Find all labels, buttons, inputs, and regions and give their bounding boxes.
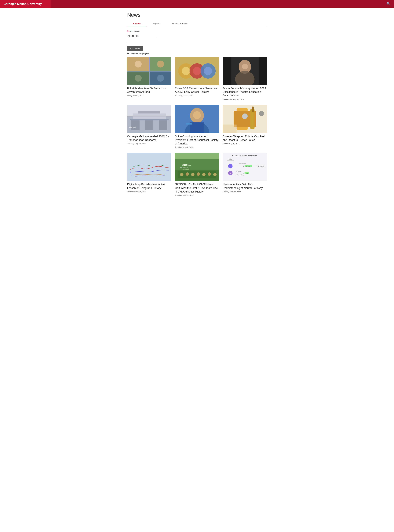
article-card-7[interactable]: Digital Map Provides Interactive Lesson … — [127, 153, 171, 196]
article-image-5 — [175, 105, 219, 133]
svg-text:D2: D2 — [229, 173, 231, 174]
article-date-4: Tuesday, May 30, 2023 — [127, 143, 171, 145]
article-date-3: Wednesday, May 31, 2023 — [223, 98, 267, 100]
article-image-2 — [175, 57, 219, 85]
article-date-8: Tuesday, May 23, 2023 — [175, 194, 219, 196]
article-image-4: Safety21 — [127, 105, 171, 133]
article-image-9: BASAL GANGLIA PATHWAYS Motor D1 D2 Direc… — [223, 153, 267, 181]
svg-text:BASAL GANGLIA PATHWAYS: BASAL GANGLIA PATHWAYS — [232, 155, 258, 157]
svg-rect-29 — [159, 120, 167, 130]
article-image-6 — [223, 105, 267, 133]
svg-point-34 — [193, 111, 201, 119]
svg-text:LEARNING: LEARNING — [236, 170, 241, 172]
article-date-5: Tuesday, May 30, 2023 — [175, 146, 219, 148]
tab-stories[interactable]: Stories — [127, 21, 147, 27]
svg-point-57 — [197, 173, 200, 176]
page-content: News Stories Experts Media Contacts News… — [124, 12, 270, 196]
svg-point-59 — [208, 173, 211, 176]
article-card-1[interactable]: Fulbright Grantees To Embark on Adventur… — [127, 57, 171, 100]
svg-text:Safety21: Safety21 — [129, 126, 136, 128]
svg-text:2023 NCAA: 2023 NCAA — [182, 164, 191, 166]
article-title-6: Sweater-Wrapped Robots Can Feel and Reac… — [223, 135, 267, 142]
articles-grid: Fulbright Grantees To Embark on Adventur… — [127, 57, 267, 196]
svg-point-14 — [193, 67, 201, 75]
svg-rect-45 — [127, 153, 171, 181]
svg-point-20 — [242, 64, 248, 69]
filter-label: Type to Filter — [127, 35, 267, 37]
article-card-5[interactable]: Shinn-Cunningham Named President-Elect o… — [175, 105, 219, 148]
svg-text:D1: D1 — [229, 166, 231, 167]
nav-tabs: Stories Experts Media Contacts — [127, 21, 267, 27]
article-date-2: Thursday, June 1, 2023 — [175, 95, 219, 97]
svg-text:MOVEMENT: MOVEMENT — [258, 166, 264, 167]
svg-text:GPe: GPe — [246, 173, 248, 174]
page-title: News — [127, 12, 267, 18]
svg-point-6 — [157, 61, 164, 67]
article-card-9[interactable]: BASAL GANGLIA PATHWAYS Motor D1 D2 Direc… — [223, 153, 267, 196]
svg-point-7 — [135, 75, 141, 82]
svg-rect-35 — [190, 122, 204, 133]
svg-rect-27 — [131, 120, 140, 130]
article-date-7: Thursday, May 25, 2023 — [127, 191, 171, 193]
svg-rect-41 — [250, 109, 254, 129]
svg-point-55 — [186, 173, 189, 176]
svg-point-56 — [191, 173, 194, 176]
article-image-8: 2023 NCAA DIVISION III MEN'S GOLF — [175, 153, 219, 181]
breadcrumb-current: Stories — [135, 30, 140, 32]
header-search-area: 🔍 — [51, 0, 394, 8]
svg-point-8 — [157, 75, 164, 82]
filter-section: Type to Filter — [127, 35, 267, 42]
article-title-4: Carnegie Mellon Awarded $20M for Transpo… — [127, 135, 171, 142]
svg-rect-44 — [223, 125, 237, 133]
svg-point-43 — [259, 111, 264, 116]
article-date-6: Friday, May 26, 2023 — [223, 143, 267, 145]
header-logo-area: Carnegie Mellon University — [0, 0, 51, 8]
svg-rect-49 — [175, 153, 219, 158]
svg-rect-36 — [186, 123, 192, 125]
article-title-2: Three SCS Researchers Named as AI2050 Ea… — [175, 87, 219, 94]
svg-text:Direct Pathway: Direct Pathway — [239, 163, 246, 164]
svg-point-15 — [204, 67, 212, 75]
article-image-1 — [127, 57, 171, 85]
svg-point-5 — [135, 61, 141, 67]
article-count: 407 articles displayed. — [127, 52, 267, 55]
svg-rect-42 — [252, 106, 254, 112]
svg-rect-28 — [145, 120, 153, 130]
article-title-8: NATIONAL CHAMPIONS! Men's Golf Wins the … — [175, 183, 219, 193]
university-logo[interactable]: Carnegie Mellon University — [4, 2, 42, 6]
breadcrumb-home[interactable]: News — [127, 30, 132, 32]
article-title-5: Shinn-Cunningham Named President-Elect o… — [175, 135, 219, 146]
article-image-7 — [127, 153, 171, 181]
breadcrumb-separator: › — [133, 30, 134, 32]
article-title-7: Digital Map Provides Interactive Lesson … — [127, 183, 171, 190]
svg-rect-23 — [130, 119, 169, 120]
article-title-1: Fulbright Grantees To Embark on Adventur… — [127, 87, 171, 94]
search-button[interactable]: 🔍 — [386, 2, 390, 6]
svg-point-13 — [182, 67, 190, 75]
article-date-1: Friday, June 2, 2023 — [127, 95, 171, 97]
svg-text:Motor: Motor — [229, 159, 232, 160]
svg-text:DIVISION III: DIVISION III — [180, 166, 188, 168]
tab-media-contacts[interactable]: Media Contacts — [166, 21, 193, 27]
svg-point-54 — [180, 173, 183, 176]
site-header: Carnegie Mellon University 🔍 — [0, 0, 394, 8]
svg-rect-25 — [138, 111, 160, 114]
reset-filters-button[interactable]: Reset Filters — [127, 46, 143, 51]
tab-experts[interactable]: Experts — [147, 21, 166, 27]
article-card-8[interactable]: 2023 NCAA DIVISION III MEN'S GOLF NATIO — [175, 153, 219, 196]
article-card-2[interactable]: Three SCS Researchers Named as AI2050 Ea… — [175, 57, 219, 100]
svg-text:GP1/SNz: GP1/SNz — [246, 166, 250, 167]
article-card-3[interactable]: Jason Zembuch Young Named 2023 Excellenc… — [223, 57, 267, 100]
breadcrumb: News › Stories — [127, 30, 267, 32]
svg-text:Indirect Pathway: Indirect Pathway — [236, 174, 244, 176]
svg-text:MEN'S GOLF: MEN'S GOLF — [182, 169, 189, 170]
article-date-9: Monday, May 22, 2023 — [223, 191, 267, 193]
svg-point-40 — [242, 113, 248, 119]
search-icon: 🔍 — [386, 2, 390, 6]
svg-point-58 — [202, 173, 206, 176]
article-card-4[interactable]: Safety21 Carnegie Mellon Awarded $20M fo… — [127, 105, 171, 148]
filter-input[interactable] — [127, 38, 157, 42]
article-image-3 — [223, 57, 267, 85]
article-card-6[interactable]: Sweater-Wrapped Robots Can Feel and Reac… — [223, 105, 267, 148]
article-title-9: Neuroscientists Gain New Understanding o… — [223, 183, 267, 190]
